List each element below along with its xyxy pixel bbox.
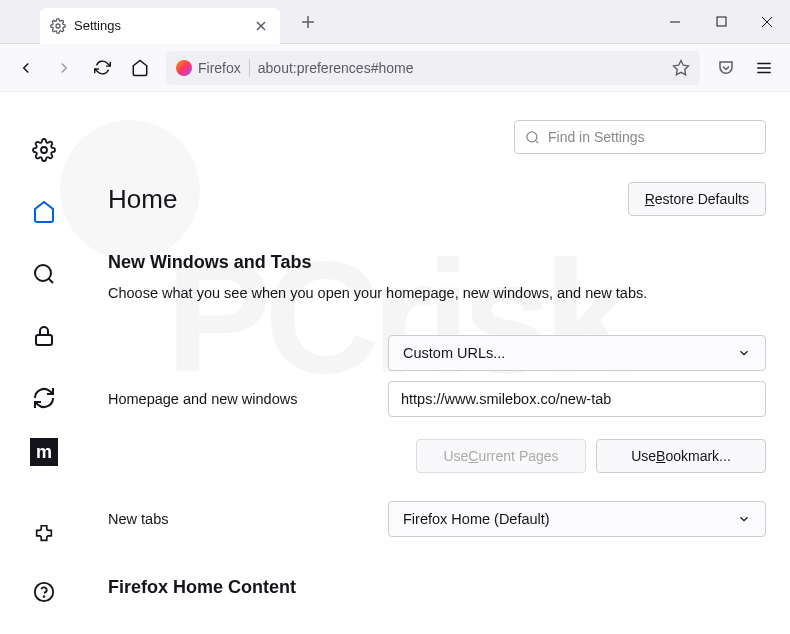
browser-tab[interactable]: Settings: [40, 8, 280, 44]
use-current-pages-button: Use Current Pages: [416, 439, 586, 473]
forward-button: [46, 50, 82, 86]
restore-defaults-button[interactable]: Restore Defaults: [628, 182, 766, 216]
use-bookmark-button[interactable]: Use Bookmark...: [596, 439, 766, 473]
homepage-url-input[interactable]: [388, 381, 766, 417]
back-button[interactable]: [8, 50, 44, 86]
identity-box[interactable]: Firefox: [176, 60, 241, 76]
url-bar[interactable]: Firefox about:preferences#home: [166, 51, 700, 85]
sidebar-item-help[interactable]: [22, 570, 66, 614]
close-window-button[interactable]: [744, 0, 790, 44]
settings-main: Find in Settings Home Restore Defaults N…: [88, 92, 790, 634]
star-icon[interactable]: [672, 59, 690, 77]
navigation-toolbar: Firefox about:preferences#home: [0, 44, 790, 92]
select-value: Custom URLs...: [403, 345, 505, 361]
menu-button[interactable]: [746, 50, 782, 86]
section-title: New Windows and Tabs: [108, 252, 766, 273]
separator: [249, 59, 250, 77]
search-placeholder: Find in Settings: [548, 129, 645, 145]
sidebar-item-sync[interactable]: [22, 376, 66, 420]
newtabs-label: New tabs: [108, 511, 388, 527]
search-icon: [525, 130, 540, 145]
url-text: about:preferences#home: [258, 60, 664, 76]
tab-title: Settings: [74, 18, 244, 33]
find-in-settings[interactable]: Find in Settings: [514, 120, 766, 154]
section-description: Choose what you see when you open your h…: [108, 283, 766, 305]
svg-point-8: [527, 131, 537, 141]
svg-rect-1: [717, 17, 726, 26]
reload-button[interactable]: [84, 50, 120, 86]
chevron-down-icon: [737, 346, 751, 360]
close-icon[interactable]: [252, 17, 270, 35]
maximize-button[interactable]: [698, 0, 744, 44]
svg-marker-2: [674, 60, 689, 74]
sidebar-item-search[interactable]: [22, 252, 66, 296]
titlebar: Settings: [0, 0, 790, 44]
svg-point-7: [44, 596, 45, 597]
sidebar-item-privacy[interactable]: [22, 314, 66, 358]
home-button[interactable]: [122, 50, 158, 86]
newtabs-select[interactable]: Firefox Home (Default): [388, 501, 766, 537]
svg-point-3: [41, 147, 47, 153]
settings-sidebar: m: [0, 92, 88, 634]
sidebar-item-home[interactable]: [22, 190, 66, 234]
svg-point-4: [35, 265, 51, 281]
homepage-label: Homepage and new windows: [108, 391, 388, 407]
svg-rect-5: [36, 335, 52, 345]
sidebar-item-extensions[interactable]: [22, 512, 66, 556]
chevron-down-icon: [737, 512, 751, 526]
sidebar-item-m[interactable]: m: [30, 438, 58, 466]
new-tab-button[interactable]: [294, 8, 322, 36]
window-controls: [652, 0, 790, 44]
firefox-icon: [176, 60, 192, 76]
minimize-button[interactable]: [652, 0, 698, 44]
sidebar-item-general[interactable]: [22, 128, 66, 172]
identity-label: Firefox: [198, 60, 241, 76]
firefox-home-content-title: Firefox Home Content: [108, 577, 766, 598]
svg-point-0: [56, 24, 60, 28]
homepage-mode-select[interactable]: Custom URLs...: [388, 335, 766, 371]
select-value: Firefox Home (Default): [403, 511, 550, 527]
pocket-button[interactable]: [708, 50, 744, 86]
gear-icon: [50, 18, 66, 34]
page-heading: Home: [108, 184, 177, 215]
